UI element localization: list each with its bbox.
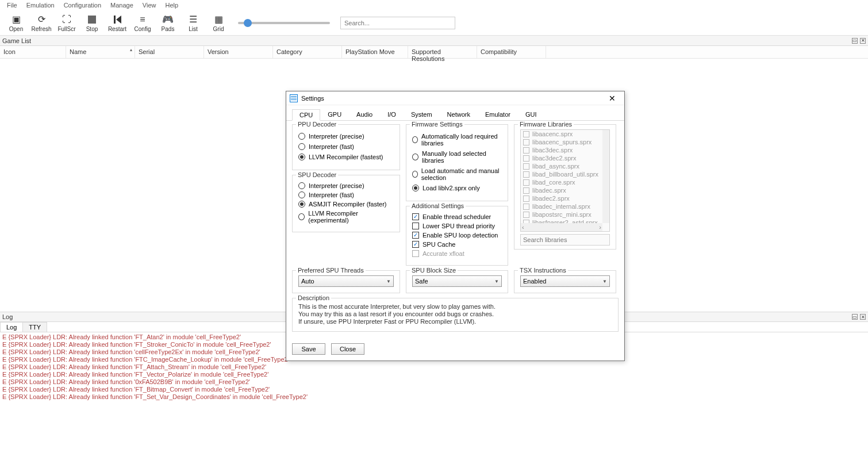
tab-network[interactable]: Network (440, 109, 478, 120)
log-line: E {SPRX Loader} LDR: Already linked func… (2, 401, 866, 401)
additional-option[interactable]: Lower SPU thread priority (412, 223, 502, 229)
panel-close-icon[interactable]: ✕ (860, 314, 866, 320)
radio-icon (412, 154, 418, 160)
checkbox-icon (412, 250, 419, 257)
firmware-settings-group: Firmware Settings Automatically load req… (406, 124, 508, 201)
spu-decoder-group: SPU Decoder Interpreter (precise)Interpr… (292, 175, 400, 232)
radio-label: Interpreter (precise) (309, 182, 364, 189)
ppu-option[interactable]: Interpreter (precise) (298, 133, 394, 140)
panel-float-icon[interactable]: ▭ (852, 38, 858, 44)
grid-button[interactable]: ▦Grid (206, 11, 231, 35)
ppu-option[interactable]: LLVM Recompiler (fastest) (298, 154, 394, 160)
close-icon[interactable]: ✕ (604, 94, 621, 103)
column-version[interactable]: Version (204, 46, 273, 58)
spu-option[interactable]: ASMJIT Recompiler (faster) (298, 201, 394, 208)
firmware-option[interactable]: Automatically load required libraries (412, 133, 502, 147)
tab-system[interactable]: System (404, 109, 440, 120)
additional-option[interactable]: ✓SPU Cache (412, 241, 502, 248)
panel-close-icon[interactable]: ✕ (860, 38, 866, 44)
additional-option: Accurate xfloat (412, 250, 502, 257)
tab-cpu[interactable]: CPU (292, 109, 320, 121)
list-button[interactable]: ☰List (180, 11, 206, 35)
grid-icon: ▦ (213, 14, 224, 25)
menu-configuration[interactable]: Configuration (59, 1, 106, 10)
tab-emulator[interactable]: Emulator (478, 109, 518, 120)
column-compatibility[interactable]: Compatibility (477, 46, 546, 58)
menu-emulation[interactable]: Emulation (22, 1, 59, 10)
radio-icon (412, 136, 418, 143)
radio-label: Manually load selected libraries (422, 150, 502, 164)
firmware-option[interactable]: Load automatic and manual selection (412, 167, 502, 181)
spu-option[interactable]: LLVM Recompiler (experimental) (298, 210, 394, 224)
icon-size-slider[interactable] (238, 22, 330, 24)
open-button[interactable]: ▣Open (3, 11, 29, 35)
library-name: libad_billboard_util.sprx (532, 171, 598, 178)
column-category[interactable]: Category (273, 46, 342, 58)
log-line: E {SPRX Loader} LDR: Already linked func… (2, 363, 866, 371)
description-text: This is the most accurate Interpreter, b… (298, 303, 612, 325)
checkbox-icon (523, 187, 529, 194)
library-item: libaacenc_spurs.sprx (521, 138, 609, 146)
radio-icon (298, 213, 305, 220)
restart-button[interactable]: Restart (105, 11, 130, 35)
column-icon[interactable]: Icon (0, 46, 66, 58)
column-supported-resolutions[interactable]: Supported Resolutions (408, 46, 477, 58)
radio-label: LLVM Recompiler (fastest) (309, 154, 383, 160)
additional-option[interactable]: ✓Enable SPU loop detection (412, 232, 502, 239)
menu-manage[interactable]: Manage (106, 1, 138, 10)
radio-label: Load automatic and manual selection (421, 167, 502, 181)
close-button[interactable]: Close (331, 343, 364, 355)
tab-tty[interactable]: TTY (22, 322, 47, 332)
library-item: libadec_internal.sprx (521, 202, 609, 210)
ppu-option[interactable]: Interpreter (fast) (298, 143, 394, 150)
menu-file[interactable]: File (2, 1, 22, 10)
tsx-select[interactable]: Enabled▼ (520, 275, 610, 287)
scrollbar-horizontal[interactable]: ‹› (521, 223, 602, 231)
library-search-input[interactable] (520, 234, 610, 246)
config-button[interactable]: ≡Config (130, 11, 155, 35)
ppu-decoder-group: PPU Decoder Interpreter (precise)Interpr… (292, 124, 400, 170)
firmware-option[interactable]: Manually load selected libraries (412, 150, 502, 164)
slider-thumb[interactable] (244, 19, 252, 27)
library-name: libad_core.sprx (532, 179, 575, 186)
stop-button[interactable]: Stop (79, 11, 105, 35)
spu-option[interactable]: Interpreter (fast) (298, 191, 394, 198)
column-serial[interactable]: Serial (135, 46, 204, 58)
settings-icon (290, 94, 298, 102)
gamelist-panel-title: Game List ▭✕ (0, 36, 868, 46)
library-list[interactable]: libaacenc.sprxlibaacenc_spurs.sprxlibac3… (520, 129, 610, 232)
radio-icon (298, 182, 305, 189)
library-name: libad_async.sprx (532, 163, 579, 170)
additional-option[interactable]: ✓Enable thread scheduler (412, 213, 502, 220)
checkbox-label: Lower SPU thread priority (423, 223, 495, 229)
fullscreen-button[interactable]: ⛶FullScr (54, 11, 79, 35)
chevron-down-icon: ▼ (602, 279, 607, 284)
checkbox-icon: ✓ (412, 241, 419, 248)
save-button[interactable]: Save (292, 343, 325, 355)
checkbox-icon (523, 179, 529, 186)
pads-button[interactable]: 🎮Pads (155, 11, 180, 35)
tab-i-o[interactable]: I/O (380, 109, 404, 120)
scrollbar-vertical[interactable] (602, 130, 609, 223)
spu-threads-select[interactable]: Auto▼ (298, 275, 394, 287)
checkbox-label: Enable thread scheduler (423, 213, 491, 220)
column-playstation-move[interactable]: PlayStation Move (342, 46, 408, 58)
checkbox-icon (523, 139, 529, 145)
refresh-button[interactable]: ⟳Refresh (29, 11, 54, 35)
spu-option[interactable]: Interpreter (precise) (298, 182, 394, 189)
checkbox-icon: ✓ (412, 232, 419, 239)
spu-block-size-select[interactable]: Safe▼ (412, 275, 502, 287)
library-item: libadec.sprx (521, 186, 609, 194)
tab-gpu[interactable]: GPU (320, 109, 349, 120)
library-item: libad_async.sprx (521, 162, 609, 170)
menu-help[interactable]: Help (161, 1, 183, 10)
panel-float-icon[interactable]: ▭ (852, 314, 858, 320)
firmware-option[interactable]: Load liblv2.sprx only (412, 185, 502, 191)
column-name[interactable]: Name▴ (66, 46, 135, 58)
tab-log[interactable]: Log (0, 322, 23, 332)
tab-gui[interactable]: GUI (518, 109, 544, 120)
dialog-titlebar[interactable]: Settings ✕ (286, 91, 624, 105)
menu-view[interactable]: View (138, 1, 161, 10)
search-input[interactable] (340, 17, 455, 29)
tab-audio[interactable]: Audio (349, 109, 380, 120)
